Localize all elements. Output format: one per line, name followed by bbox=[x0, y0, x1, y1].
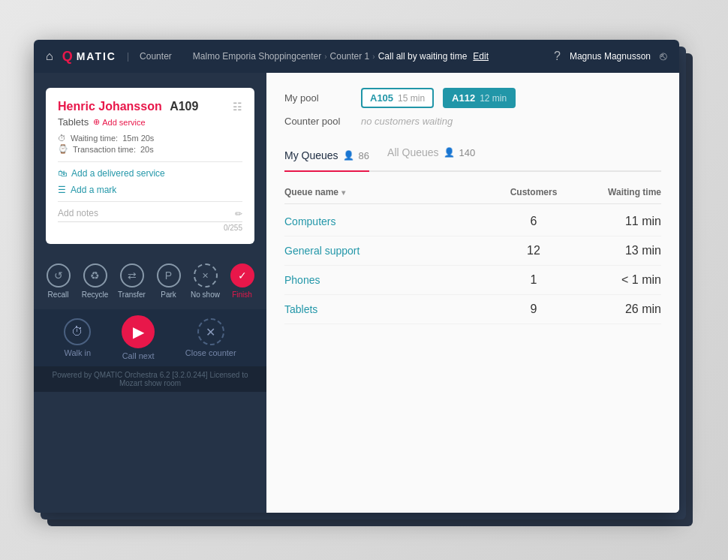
call-next-button[interactable]: ▶ Call next bbox=[122, 315, 155, 360]
noshow-button[interactable]: ✕ No show bbox=[189, 263, 222, 299]
notes-count: 0/255 bbox=[58, 224, 242, 232]
transfer-button[interactable]: ⇄ Transfer bbox=[116, 263, 149, 299]
timer-icon: ⌚ bbox=[58, 144, 68, 154]
queue-name-phones[interactable]: Phones bbox=[284, 274, 496, 286]
add-delivered-link[interactable]: 🛍 Add a delivered service bbox=[58, 168, 242, 179]
queue-customers-tablets: 9 bbox=[496, 303, 571, 316]
breadcrumb-sep2: › bbox=[372, 53, 375, 61]
queue-name-general-support[interactable]: General support bbox=[284, 245, 496, 257]
finish-label: Finish bbox=[232, 291, 252, 299]
noshow-icon: ✕ bbox=[194, 263, 218, 288]
action-buttons: ↺ Recall ♻ Recycle ⇄ Transfer P Park bbox=[34, 253, 266, 309]
queue-customers-computers: 6 bbox=[496, 215, 571, 228]
add-icon: ⊕ bbox=[93, 117, 100, 127]
queue-customers-phones: 1 bbox=[496, 273, 571, 287]
mark-icon: ☰ bbox=[58, 185, 66, 195]
transfer-label: Transfer bbox=[118, 291, 146, 299]
notes-placeholder: Add notes bbox=[58, 208, 98, 218]
my-queues-icon: 👤 bbox=[343, 150, 354, 161]
add-mark-link[interactable]: ☰ Add a mark bbox=[58, 185, 242, 195]
clock-icon: ⏱ bbox=[58, 134, 66, 143]
nav-divider: | bbox=[127, 51, 129, 62]
tab-my-queues[interactable]: My Queues 👤 86 bbox=[284, 146, 369, 172]
queue-customers-general-support: 12 bbox=[496, 244, 571, 257]
help-icon[interactable]: ? bbox=[554, 50, 561, 63]
recall-icon: ↺ bbox=[47, 263, 71, 288]
table-header: Queue name ▾ Customers Waiting time bbox=[284, 187, 661, 204]
waiting-time-label: Waiting time: bbox=[71, 134, 118, 143]
queue-name-tablets[interactable]: Tablets bbox=[284, 303, 496, 315]
customer-name: Henric Johansson bbox=[58, 100, 162, 113]
queue-waiting-general-support: 13 min bbox=[571, 244, 661, 257]
ticket-A112[interactable]: A112 12 min bbox=[443, 88, 516, 108]
edit-notes-icon[interactable]: ✏ bbox=[235, 209, 242, 219]
table-row: Computers 6 11 min bbox=[284, 207, 661, 236]
ticket-A105-time: 15 min bbox=[398, 93, 425, 104]
park-icon: P bbox=[157, 263, 181, 288]
left-panel: Henric Johansson A109 ☷ Tablets ⊕ Add se… bbox=[34, 73, 266, 513]
close-counter-label: Close counter bbox=[185, 348, 236, 357]
all-queues-label: All Queues bbox=[387, 146, 438, 158]
breadcrumb-edit[interactable]: Edit bbox=[473, 51, 489, 62]
card-divider-2 bbox=[58, 201, 242, 202]
finish-button[interactable]: ✓ Finish bbox=[226, 263, 259, 299]
close-counter-button[interactable]: ✕ Close counter bbox=[185, 318, 236, 357]
call-next-label: Call next bbox=[122, 351, 155, 360]
ticket-A112-time: 12 min bbox=[480, 93, 507, 104]
tab-all-queues[interactable]: All Queues 👤 140 bbox=[387, 146, 475, 164]
park-label: Park bbox=[161, 291, 176, 299]
breadcrumb: Malmo Emporia Shoppingcenter › Counter 1… bbox=[193, 51, 489, 62]
customer-name-ticket: Henric Johansson A109 bbox=[58, 100, 198, 113]
top-nav: ⌂ Q MATIC | Counter Malmo Emporia Shoppi… bbox=[34, 40, 679, 73]
table-row: General support 12 13 min bbox=[284, 236, 661, 266]
customer-times: ⏱ Waiting time: 15m 20s ⌚ Transaction ti… bbox=[58, 134, 242, 154]
delivered-icon: 🛍 bbox=[58, 168, 67, 179]
content-area: Henric Johansson A109 ☷ Tablets ⊕ Add se… bbox=[34, 73, 679, 513]
app-wrapper: ⌂ Q MATIC | Counter Malmo Emporia Shoppi… bbox=[34, 40, 694, 535]
ticket-A105[interactable]: A105 15 min bbox=[361, 88, 434, 108]
add-service-label: Add service bbox=[102, 118, 145, 127]
bottom-bar: ⏱ Walk in ▶ Call next ✕ Close counter bbox=[34, 309, 266, 366]
walk-in-icon: ⏱ bbox=[64, 318, 91, 345]
add-service-link[interactable]: ⊕ Add service bbox=[93, 117, 145, 127]
waiting-time-row: ⏱ Waiting time: 15m 20s bbox=[58, 134, 242, 143]
close-counter-icon: ✕ bbox=[197, 318, 224, 345]
pool-section: My pool A105 15 min A112 12 min Counter … bbox=[284, 88, 661, 134]
add-mark-label: Add a mark bbox=[71, 185, 116, 195]
noshow-label: No show bbox=[191, 291, 220, 299]
queue-table: Queue name ▾ Customers Waiting time Comp… bbox=[284, 187, 661, 324]
breadcrumb-counter: Counter 1 bbox=[330, 51, 370, 62]
nav-right: ? Magnus Magnusson ⎋ bbox=[554, 50, 667, 63]
transfer-icon: ⇄ bbox=[120, 263, 144, 288]
queue-waiting-computers: 11 min bbox=[571, 215, 661, 228]
recall-button[interactable]: ↺ Recall bbox=[42, 263, 75, 299]
ticket-A112-id: A112 bbox=[452, 92, 475, 104]
walk-in-button[interactable]: ⏱ Walk in bbox=[64, 318, 91, 357]
all-queues-icon: 👤 bbox=[444, 147, 455, 158]
customer-service-row: Tablets ⊕ Add service bbox=[58, 116, 242, 128]
counter-pool-label: Counter pool bbox=[284, 116, 352, 127]
queue-name-computers[interactable]: Computers bbox=[284, 215, 496, 227]
customer-service-name: Tablets bbox=[58, 116, 89, 128]
notes-input-wrap: Add notes ✏ 0/255 bbox=[58, 208, 242, 232]
breadcrumb-mode: Call all by waiting time bbox=[378, 51, 468, 62]
queue-waiting-tablets: 26 min bbox=[571, 303, 661, 316]
logout-icon[interactable]: ⎋ bbox=[660, 50, 667, 63]
my-pool-label: My pool bbox=[284, 92, 352, 104]
park-button[interactable]: P Park bbox=[152, 263, 185, 299]
sort-icon[interactable]: ▾ bbox=[341, 188, 345, 197]
recycle-icon: ♻ bbox=[83, 263, 107, 288]
card-divider-1 bbox=[58, 161, 242, 162]
table-row: Phones 1 < 1 min bbox=[284, 266, 661, 295]
my-queues-label: My Queues bbox=[284, 149, 338, 161]
info-icon[interactable]: ☷ bbox=[233, 101, 242, 113]
customer-ticket: A109 bbox=[170, 100, 198, 113]
main-window: ⌂ Q MATIC | Counter Malmo Emporia Shoppi… bbox=[34, 40, 679, 513]
transaction-time-value: 20s bbox=[140, 145, 154, 154]
transaction-time-label: Transaction time: bbox=[73, 145, 136, 154]
recall-label: Recall bbox=[48, 291, 69, 299]
walk-in-label: Walk in bbox=[65, 348, 92, 357]
home-icon[interactable]: ⌂ bbox=[46, 50, 53, 63]
recycle-button[interactable]: ♻ Recycle bbox=[79, 263, 112, 299]
col-name-label: Queue name bbox=[284, 187, 338, 197]
